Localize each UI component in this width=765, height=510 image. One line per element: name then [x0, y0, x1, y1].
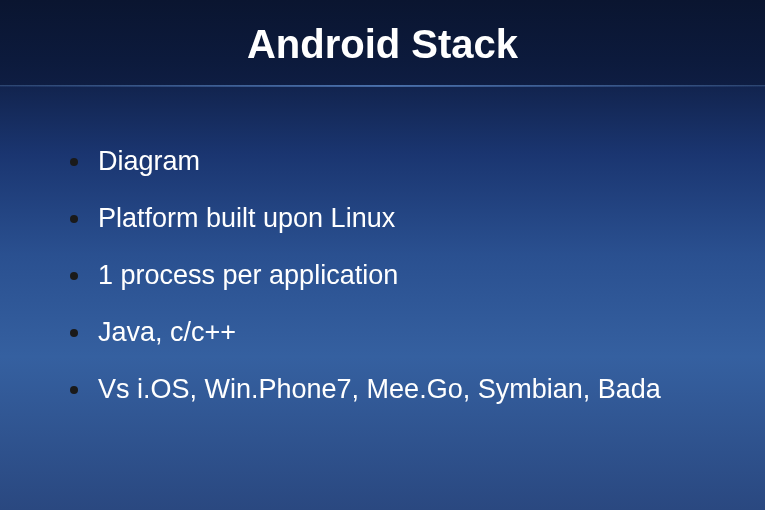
bullet-dot-icon	[70, 386, 78, 394]
bullet-item: Java, c/c++	[70, 315, 695, 350]
bullet-item: Diagram	[70, 144, 695, 179]
bullet-text: Java, c/c++	[98, 315, 236, 350]
bullet-dot-icon	[70, 215, 78, 223]
title-region: Android Stack	[0, 0, 765, 86]
bullet-text: 1 process per application	[98, 258, 398, 293]
bullet-item: 1 process per application	[70, 258, 695, 293]
bullet-text: Vs i.OS, Win.Phone7, Mee.Go, Symbian, Ba…	[98, 372, 661, 407]
bullet-dot-icon	[70, 158, 78, 166]
bullet-text: Platform built upon Linux	[98, 201, 395, 236]
slide-title: Android Stack	[0, 22, 765, 67]
bullet-dot-icon	[70, 272, 78, 280]
bullet-item: Vs i.OS, Win.Phone7, Mee.Go, Symbian, Ba…	[70, 372, 695, 407]
bullet-dot-icon	[70, 329, 78, 337]
bullet-item: Platform built upon Linux	[70, 201, 695, 236]
bullet-text: Diagram	[98, 144, 200, 179]
slide-content: Diagram Platform built upon Linux 1 proc…	[0, 86, 765, 407]
